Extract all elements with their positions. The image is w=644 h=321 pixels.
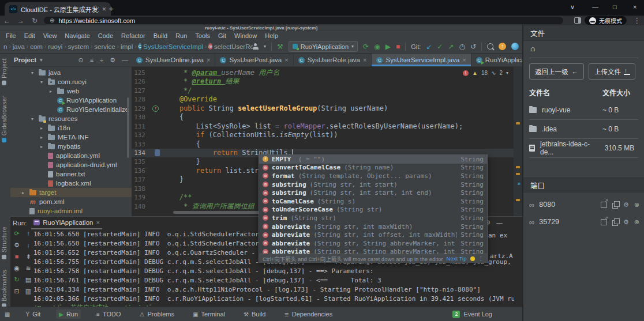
coverage-icon[interactable]: ▶ xyxy=(385,43,391,51)
tool-windows-icon[interactable]: ▦ xyxy=(5,311,10,318)
tree-item-target[interactable]: ▸target xyxy=(10,188,132,197)
status-item-run[interactable]: ▶Run xyxy=(56,309,81,319)
completion-item-tocamelcase[interactable]: mtoCamelCase(String s)String xyxy=(259,197,487,206)
window-minimize-button[interactable]: — xyxy=(592,3,598,10)
git-push-icon[interactable]: ↗ xyxy=(448,43,454,51)
status-item-git[interactable]: YGit xyxy=(23,309,43,319)
menu-code[interactable]: Code xyxy=(95,32,117,39)
breadcrumb-item-com[interactable]: com xyxy=(30,43,43,50)
editor-tab-sysuseronline-java[interactable]: CSysUserOnline.java× xyxy=(132,54,215,66)
warning-mark[interactable] xyxy=(516,173,520,175)
tree-item-pom-xml[interactable]: mpom.xml xyxy=(10,197,132,206)
completion-item-substring[interactable]: msubstring(String str, int start, int en… xyxy=(259,188,487,197)
git-update-icon[interactable]: ↙ xyxy=(426,43,432,51)
chevron-down-icon[interactable]: ▾ xyxy=(40,80,45,85)
completion-item-empty[interactable]: fEMPTY ( = "")String xyxy=(259,155,487,164)
address-bar[interactable]: ⊕ https://webide.sinosoft.com xyxy=(44,17,563,24)
reload-icon[interactable]: ↻ xyxy=(28,17,42,25)
project-panel-title[interactable]: Project xyxy=(14,56,36,63)
tab-close-icon[interactable]: × xyxy=(102,5,106,13)
git-commit-icon[interactable]: ✓ xyxy=(437,43,443,51)
tree-item-meta-inf[interactable]: ▸META-INF xyxy=(10,133,132,142)
scroll-end-icon[interactable]: ⇟ xyxy=(25,253,31,260)
status-item-build[interactable]: ⚒Build xyxy=(241,309,268,319)
status-item-dependencies[interactable]: ≣Dependencies xyxy=(281,309,335,319)
browser-menu-icon[interactable]: ⋮ xyxy=(630,17,644,25)
hide-panel-icon[interactable]: — xyxy=(496,219,503,226)
completion-item-converttocamelcase[interactable]: mconvertToCamelCase(String name)String xyxy=(259,164,487,172)
override-icon[interactable]: ↑ xyxy=(152,105,159,112)
build-hammer-icon[interactable]: ⚒ xyxy=(277,43,283,51)
tool-button-bookmarks[interactable]: Bookmarks xyxy=(1,270,8,308)
completion-item-trim[interactable]: mtrim(String str)String xyxy=(259,214,487,222)
file-row-ruoyi-vue[interactable]: ruoyi-vue~ 0 B xyxy=(529,101,638,120)
settings-icon[interactable]: ⚙ xyxy=(14,241,20,249)
home-icon[interactable]: ⌂ xyxy=(530,44,535,53)
menu-build[interactable]: Build xyxy=(150,32,171,39)
menu-tools[interactable]: Tools xyxy=(192,32,214,39)
tree-item-ruoyi-admin-iml[interactable]: ruoyi-admin.iml xyxy=(10,206,132,216)
editor-tab-ruoyiapplication-java[interactable]: CRuoYiApplication.java× xyxy=(471,54,522,66)
tree-item-application-druid-yml[interactable]: application-druid.yml xyxy=(10,160,132,169)
chevron-down-icon[interactable]: ▾ xyxy=(31,116,36,122)
tree-item-resources[interactable]: ▾resources xyxy=(10,114,132,123)
status-item-problems[interactable]: ⚠Problems xyxy=(137,309,177,319)
tree-item-ruoyiservletinitialize[interactable]: CRuoYiServletInitialize xyxy=(10,105,132,114)
breadcrumb-item-java[interactable]: java xyxy=(13,43,25,50)
completion-item-abbreviate[interactable]: mabbreviate(String str, String abbrevMar… xyxy=(259,239,487,248)
history-icon[interactable]: ◷ xyxy=(459,43,465,51)
editor-tab-sysuserpost-java[interactable]: CSysUserPost.java× xyxy=(215,54,293,66)
breadcrumb-item-n[interactable]: n xyxy=(3,43,7,50)
status-item-todo[interactable]: ≡TODO xyxy=(93,309,123,319)
menu-run[interactable]: Run xyxy=(172,32,190,39)
event-log-button[interactable]: 2 Event Log xyxy=(452,311,492,318)
next-tip-link[interactable]: Next Tip xyxy=(447,255,467,262)
completion-item-format[interactable]: mformat(String template, Object... param… xyxy=(259,172,487,180)
search-everywhere-icon[interactable] xyxy=(487,43,493,50)
user-icon[interactable] xyxy=(253,43,259,50)
scroll-down-icon[interactable]: ↓ xyxy=(27,241,30,249)
debug-icon[interactable]: ◉ xyxy=(374,43,380,51)
chevron-right-icon[interactable]: ▸ xyxy=(40,144,45,149)
thread-dump-icon[interactable]: ◉ xyxy=(14,265,20,272)
hide-panel-icon[interactable]: — xyxy=(122,56,128,63)
close-port-icon[interactable]: ⊗ xyxy=(634,218,639,226)
file-row-jetbrains-idea-c-de[interactable]: jetbrains-idea-c-de...310.5 MB xyxy=(529,139,638,158)
tool-button-gideabrowser[interactable]: GideaBrowser xyxy=(1,96,8,142)
new-tab-button[interactable]: + xyxy=(108,3,114,13)
chevron-right-icon[interactable]: ▸ xyxy=(40,135,45,140)
warning-mark[interactable] xyxy=(516,166,520,168)
menu-refactor[interactable]: Refactor xyxy=(118,32,149,39)
window-close-button[interactable]: × xyxy=(633,3,636,10)
chevron-down-icon[interactable]: ▾ xyxy=(40,57,43,63)
rollback-icon[interactable]: ↺ xyxy=(470,43,476,51)
menu-help[interactable]: Help xyxy=(261,32,282,39)
clear-icon[interactable]: ▥ xyxy=(25,288,31,295)
completion-item-tounderscorecase[interactable]: mtoUnderScoreCase(String str)String xyxy=(259,206,487,214)
chevron-right-icon[interactable]: ▸ xyxy=(40,126,45,131)
tree-item-banner-txt[interactable]: banner.txt xyxy=(10,169,132,179)
window-menu-icon[interactable]: ∨ xyxy=(570,3,575,11)
tree-item-i18n[interactable]: ▸i18n xyxy=(10,123,132,133)
browser-tab[interactable]: </> CloudIDE - 云原生集成开发环境 × xyxy=(5,2,111,16)
tree-item-mybatis[interactable]: ▸mybatis xyxy=(10,142,132,151)
rerun-icon[interactable]: ⟳ xyxy=(363,43,369,51)
upload-file-button[interactable]: 上传文件 xyxy=(589,63,635,80)
expand-all-icon[interactable]: ≡ xyxy=(90,56,93,63)
menu-navigate[interactable]: Navigate xyxy=(61,32,93,39)
close-icon[interactable]: × xyxy=(284,56,288,63)
forward-icon[interactable]: → xyxy=(14,17,28,25)
updates-icon[interactable]: ↑ xyxy=(499,43,506,50)
file-row-idea[interactable]: .idea~ 0 B xyxy=(529,120,638,139)
breadcrumb-item-impl[interactable]: impl xyxy=(121,43,133,50)
print-icon[interactable]: ▤ xyxy=(25,276,31,284)
tree-item-web[interactable]: ▸web xyxy=(10,86,132,96)
chevron-right-icon[interactable]: » xyxy=(517,180,521,187)
gear-icon[interactable]: ⚙ xyxy=(623,201,629,209)
close-icon[interactable]: × xyxy=(462,56,466,63)
exit-icon[interactable]: ⊡ xyxy=(14,288,19,295)
scroll-up-icon[interactable]: ↑ xyxy=(27,230,30,237)
port-row-8080[interactable]: ∞8080⚙⊗ xyxy=(529,196,639,213)
chevron-down-icon[interactable]: ▾ xyxy=(264,43,266,51)
status-item-terminal[interactable]: ▣Terminal xyxy=(190,309,228,319)
